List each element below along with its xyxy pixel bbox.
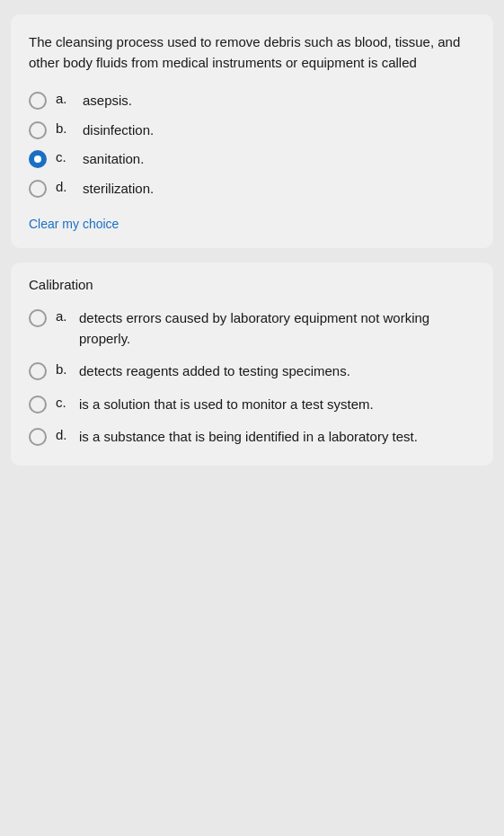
option-2b-letter: b.: [56, 361, 74, 377]
radio-2c[interactable]: [29, 396, 47, 414]
question-1-options: a. asepsis. b. disinfection. c. sanitati…: [29, 91, 475, 199]
option-2a-letter: a.: [56, 308, 74, 324]
option-2a-content: a. detects errors caused by laboratory e…: [56, 308, 475, 349]
option-2b-text: detects reagents added to testing specim…: [79, 361, 350, 382]
radio-1b[interactable]: [29, 121, 47, 139]
option-2c-letter: c.: [56, 395, 74, 410]
option-2b-row[interactable]: b. detects reagents added to testing spe…: [29, 361, 475, 382]
option-1d[interactable]: d. sterilization.: [29, 179, 475, 200]
calibration-title: Calibration: [29, 277, 475, 292]
option-2a-text: detects errors caused by laboratory equi…: [79, 308, 475, 349]
option-2c-content: c. is a solution that is used to monitor…: [56, 395, 374, 415]
option-1d-text: sterilization.: [83, 179, 154, 200]
option-1a-text: asepsis.: [83, 91, 132, 111]
option-2d-text: is a substance that is being identified …: [79, 427, 418, 448]
question-2-card: Calibration a. detects errors caused by …: [11, 262, 493, 466]
option-1a-letter: a.: [56, 91, 74, 106]
radio-1a[interactable]: [29, 92, 47, 110]
question-1-text: The cleansing process used to remove deb…: [29, 32, 475, 73]
option-1b-letter: b.: [56, 120, 74, 136]
option-1b-text: disinfection.: [83, 120, 154, 141]
radio-2a[interactable]: [29, 309, 47, 327]
option-1c-text: sanitation.: [83, 149, 144, 170]
radio-1d[interactable]: [29, 180, 47, 198]
option-2b-content: b. detects reagents added to testing spe…: [56, 361, 350, 382]
question-1-card: The cleansing process used to remove deb…: [11, 14, 493, 248]
clear-choice-button[interactable]: Clear my choice: [29, 217, 119, 231]
option-2d-row[interactable]: d. is a substance that is being identifi…: [29, 427, 475, 448]
option-2d-letter: d.: [56, 427, 74, 442]
radio-2d[interactable]: [29, 428, 47, 446]
option-1c[interactable]: c. sanitation.: [29, 149, 475, 170]
radio-2b[interactable]: [29, 362, 47, 380]
option-1b[interactable]: b. disinfection.: [29, 120, 475, 141]
option-2d-content: d. is a substance that is being identifi…: [56, 427, 418, 448]
option-1c-letter: c.: [56, 149, 74, 165]
radio-1c[interactable]: [29, 150, 47, 168]
option-1d-letter: d.: [56, 179, 74, 194]
option-2c-text: is a solution that is used to monitor a …: [79, 395, 374, 415]
option-2a-row[interactable]: a. detects errors caused by laboratory e…: [29, 308, 475, 349]
option-1a[interactable]: a. asepsis.: [29, 91, 475, 111]
option-2c-row[interactable]: c. is a solution that is used to monitor…: [29, 395, 475, 415]
